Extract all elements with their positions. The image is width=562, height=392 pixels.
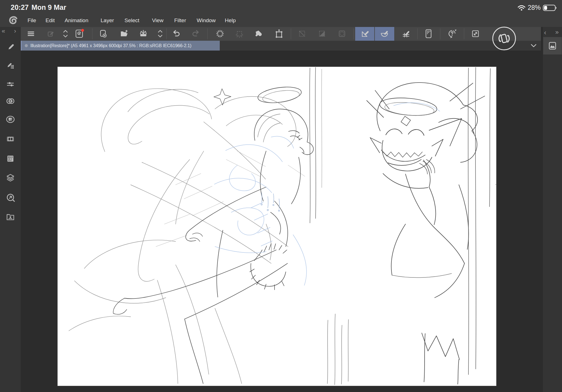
dock-item-swap-colors[interactable] (4, 95, 17, 107)
snap-to-ruler-button[interactable] (359, 27, 371, 40)
deselect-icon (298, 29, 307, 38)
toolbar-separator (440, 28, 440, 39)
sliders-icon (6, 80, 15, 89)
selection-border-button[interactable] (336, 27, 348, 40)
help-button[interactable] (446, 27, 458, 40)
dock-item-subview[interactable] (4, 211, 17, 223)
chevron-down-icon (530, 42, 538, 49)
menu-filter[interactable]: Filter (174, 17, 186, 24)
new-canvas-button[interactable] (97, 27, 109, 40)
operation-tool-button[interactable] (44, 27, 57, 40)
left-palette-dock: « › (0, 27, 21, 392)
menu-file[interactable]: File (28, 17, 36, 24)
snap-special-ruler-icon (380, 29, 389, 38)
transform-button[interactable] (273, 27, 285, 40)
layers-icon (6, 173, 15, 182)
spinner-burst-icon (216, 29, 225, 38)
document-tab[interactable]: Illustration[Restore]* (A5 4961 x 3496px… (21, 41, 220, 51)
paint-bucket-icon (254, 29, 263, 38)
help-bubble-icon (447, 29, 457, 38)
film-strip-icon (6, 135, 15, 143)
notification-red-dot (81, 29, 84, 32)
battery-low-icon (543, 4, 557, 11)
decoration-tool-icon (46, 29, 55, 38)
fullscreen-button[interactable] (469, 27, 482, 40)
app-window: 20:27 Mon 9 Mar 28% File Edit Animation … (0, 0, 562, 392)
dock-item-layers[interactable] (4, 172, 17, 184)
chevron-right-icon[interactable]: › (14, 28, 16, 34)
toolbar-separator (291, 28, 291, 39)
dock-item-color-wheel[interactable] (4, 113, 17, 126)
undo-arrow-icon (172, 29, 181, 38)
invert-selection-button[interactable] (316, 27, 328, 40)
snap-grid-icon (401, 29, 411, 38)
undo-button[interactable] (170, 27, 182, 40)
selection-burst-icon (235, 29, 244, 38)
chevrons-right-icon[interactable]: » (555, 29, 559, 35)
rotate-device-icon (496, 31, 512, 46)
redo-button[interactable] (190, 27, 202, 40)
magnifier-arrow-icon (6, 193, 15, 202)
menu-window[interactable]: Window (197, 17, 216, 24)
status-date: Mon 9 Mar (31, 3, 66, 12)
dock-item-tool-property[interactable] (4, 78, 17, 90)
right-palette-dock: ‹ » (543, 27, 562, 392)
menu-select[interactable]: Select (124, 17, 139, 24)
companion-mode-button[interactable] (422, 27, 435, 40)
circles-arrow-icon (6, 96, 15, 106)
clip-studio-paint-logo (8, 16, 19, 25)
expand-icon (471, 29, 480, 38)
save-button[interactable] (137, 27, 149, 40)
phone-keypad-icon (424, 29, 433, 38)
drawing-canvas[interactable] (58, 67, 496, 386)
image-thumbnail-icon (548, 41, 557, 51)
folder-person-icon (6, 212, 15, 221)
menu-animation[interactable]: Animation (65, 17, 89, 24)
menu-edit[interactable]: Edit (46, 17, 55, 24)
fill-button[interactable] (252, 27, 265, 40)
document-tab-title: Illustration[Restore]* (A5 4961 x 3496px… (30, 43, 191, 48)
open-folder-icon (120, 29, 129, 38)
menu-view[interactable]: View (152, 17, 164, 24)
menu-help[interactable]: Help (225, 17, 236, 24)
tab-overflow-button[interactable] (530, 42, 538, 49)
header-bar: 20:27 Mon 9 Mar 28% File Edit Animation … (0, 0, 562, 27)
dock-item-timeline[interactable] (4, 133, 17, 145)
dock-item-sub-tool[interactable] (4, 59, 17, 71)
sub-tool-icon (6, 61, 15, 70)
dock-item-material-palette[interactable] (4, 152, 17, 165)
save-icon (139, 29, 148, 38)
save-options-button[interactable] (154, 27, 166, 40)
main-menu-button[interactable] (25, 27, 37, 40)
redo-arrow-icon (191, 29, 200, 38)
touch-gesture-button[interactable] (214, 27, 226, 40)
chevron-up-down-icon (62, 29, 69, 38)
snap-to-grid-button[interactable] (400, 27, 412, 40)
pen-icon (6, 42, 15, 51)
sketch-artwork (58, 67, 496, 386)
chevron-left-icon[interactable]: ‹ (544, 29, 546, 36)
toolbar-separator (207, 28, 208, 39)
tool-switch-button[interactable] (59, 27, 72, 40)
toolbar-separator (417, 28, 418, 39)
right-panel-toggle[interactable] (543, 37, 562, 54)
snap-to-special-ruler-button[interactable] (378, 27, 391, 40)
status-right-cluster: 28% (518, 4, 557, 12)
clip-studio-home-button[interactable] (73, 27, 85, 40)
snap-ruler-icon (360, 29, 370, 38)
toolbar-separator (166, 28, 167, 39)
dock-item-navigator[interactable] (4, 191, 17, 204)
rotate-canvas-button[interactable] (492, 27, 516, 50)
select-launcher-button[interactable] (233, 27, 246, 40)
chevrons-left-icon[interactable]: « (2, 28, 5, 34)
transform-frame-icon (274, 29, 284, 38)
open-file-button[interactable] (118, 27, 130, 40)
dock-item-pen-tool[interactable] (4, 40, 17, 53)
menu-layer[interactable]: Layer (101, 17, 114, 24)
deselect-button[interactable] (296, 27, 308, 40)
grid-squares-icon (6, 154, 15, 163)
selection-border-icon (337, 29, 346, 38)
battery-percent: 28% (528, 4, 541, 12)
new-document-icon (99, 29, 108, 38)
hamburger-icon (27, 29, 35, 38)
